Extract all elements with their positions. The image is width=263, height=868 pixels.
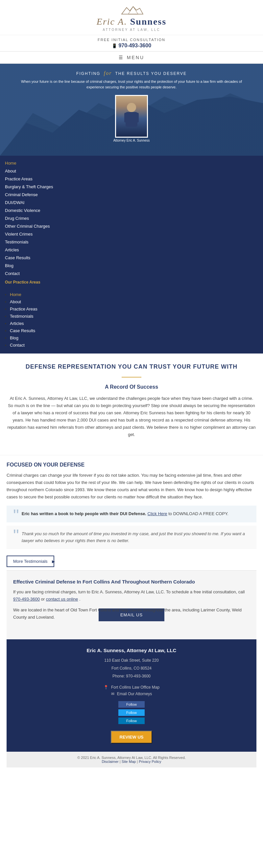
quote1-strong: Eric has written a book to help people w… [22,511,146,516]
quote1-text: Eric has written a book to help people w… [13,510,250,518]
sec-nav-case-results[interactable]: Case Results [10,327,258,334]
menu-bar[interactable]: ☰ MENU [0,52,263,64]
nav-item-home[interactable]: Home [5,159,258,167]
hamburger-icon: ☰ [119,55,123,60]
hero-section: FIGHTING for THE RESULTS YOU DESERVE Whe… [0,64,263,156]
nav-item-case-results[interactable]: Case Results [5,254,258,261]
footer-cta-title: Effective Criminal Defense In Fort Colli… [13,579,250,585]
bottom-footer: © 2021 Eric A. Sunness, Attorney At Law,… [7,752,256,768]
footer-firm-name: Eric A. Sunness, Attorney At Law, LLC [13,648,250,653]
quote1-link[interactable]: Click Here [148,511,167,516]
attorney-silhouette [122,101,141,131]
footer-cta-text2: or [41,597,46,601]
phone-number[interactable]: 📱 970-493-3600 [0,43,263,49]
logo-first-name: Eric A. [97,17,127,27]
site-header: Eric A. Sunness Attorney At Law, LLC FRE… [0,0,263,64]
gold-divider [122,377,141,377]
sec-nav-blog[interactable]: Blog [10,334,258,341]
practice-areas-label: Our Practice Areas [0,277,263,286]
nav-item-domestic[interactable]: Domestic Violence [5,206,258,214]
focused-title: FOCUSED ON YOUR DEFENSE [7,462,256,468]
svg-rect-4 [124,113,128,123]
email-attorneys-link[interactable]: ✉ Email Our Attorneys [13,691,250,696]
sec-nav-practice[interactable]: Practice Areas [10,305,258,312]
secondary-nav-list: Home About Practice Areas Testimonials A… [0,291,263,348]
footer-cta-text1: If you are facing criminal charges, turn… [13,589,244,594]
hero-tagline: FIGHTING for THE RESULTS YOU DESERVE [70,70,193,76]
nav-item-practice[interactable]: Practice Areas [5,175,258,183]
more-arrow-icon: ▶ [52,559,55,564]
logo-subtitle: Attorney At Law, LLC [0,28,263,32]
footer-phone: Phone: 970-493-3600 [13,672,250,680]
footer-address-line1: 110 East Oak Street, Suite 220 [13,656,250,664]
footer-cta-paragraph1: If you are facing criminal charges, turn… [13,588,250,603]
footer-cta-contact-link[interactable]: contact us online [46,597,78,601]
sec-nav-about[interactable]: About [10,298,258,305]
sec-nav-testimonials[interactable]: Testimonials [10,312,258,320]
map-link[interactable]: 📍 Fort Collins Law Office Map [13,685,250,690]
main-content-text: At Eric A. Sunness, Attorney At Law, LLC… [7,395,256,439]
hero-tagline-post: THE RESULTS YOU DESERVE [115,71,187,76]
follow-button-linkedin[interactable]: Follow [118,717,145,724]
footer-address: 110 East Oak Street, Suite 220 Fort Coll… [13,656,250,680]
logo-last-name: Sunness [130,17,167,27]
main-navigation[interactable]: Home About Practice Areas Burglary & The… [0,156,263,289]
nav-item-articles[interactable]: Articles [5,246,258,254]
location-icon: 📍 [104,685,109,690]
nav-item-about[interactable]: About [5,167,258,175]
nav-item-drug[interactable]: Drug Crimes [5,214,258,222]
site-footer: Eric A. Sunness, Attorney At Law, LLC 11… [7,639,256,752]
footer-address-line2: Fort Collins, CO 80524 [13,664,250,672]
nav-item-burglary[interactable]: Burglary & Theft Charges [5,183,258,191]
sec-nav-home[interactable]: Home [10,291,258,298]
nav-item-other[interactable]: Other Criminal Charges [5,222,258,230]
main-section-title: DEFENSE REPRESENTATION YOU CAN TRUST YOU… [7,363,256,370]
main-content: DEFENSE REPRESENTATION YOU CAN TRUST YOU… [0,353,263,455]
phone-text[interactable]: 970-493-3600 [118,43,151,48]
quote-block-1: " Eric has written a book to help people… [7,506,256,522]
nav-list: Home About Practice Areas Burglary & The… [0,159,263,277]
open-quote-icon: " [13,510,19,520]
phone-icon: 📱 [112,43,117,48]
nav-item-criminal[interactable]: Criminal Defense [5,191,258,198]
quote2-text: Thank you so much for the amount of time… [13,531,250,545]
nav-item-contact[interactable]: Contact [5,270,258,277]
consultation-bar: FREE INITIAL CONSULTATION 📱 970-493-3600 [0,35,263,52]
attorney-photo [115,95,148,138]
sitemap-link[interactable]: Site Map [122,760,136,764]
sec-nav-contact[interactable]: Contact [10,341,258,348]
review-us-button[interactable]: REVIEW US [111,731,152,743]
logo-mountain-icon [118,5,145,15]
map-link-text[interactable]: Fort Collins Law Office Map [111,685,159,690]
hero-subtitle: When your future is on the line because … [0,76,263,92]
disclaimer-link[interactable]: Disclaimer [101,760,118,764]
privacy-link[interactable]: Privacy Policy [139,760,161,764]
consultation-label: FREE INITIAL CONSULTATION [0,38,263,42]
logo-text: Eric A. Sunness [0,17,263,27]
quote1-suffix: to DOWNLOAD A FREE COPY. [168,511,229,516]
email-link-text[interactable]: Email Our Attorneys [117,691,152,696]
nav-item-testimonials[interactable]: Testimonials [5,238,258,246]
follow-button-twitter[interactable]: Follow [118,709,145,716]
footer-cta-phone[interactable]: 970-493-3600 [13,597,40,601]
hero-tagline-for: for [104,70,112,76]
follow-button-facebook[interactable]: Follow [118,701,145,708]
secondary-navigation[interactable]: Home About Practice Areas Testimonials A… [0,289,263,353]
nav-item-dui[interactable]: DUI/DWAI [5,198,258,206]
nav-item-blog[interactable]: Blog [5,261,258,270]
footer-links: 📍 Fort Collins Law Office Map ✉ Email Ou… [13,685,250,696]
attorney-caption: Attorney Eric A. Sunness [113,138,150,142]
focused-section: FOCUSED ON YOUR DEFENSE Criminal charges… [0,455,263,774]
social-follow-section: Follow Follow Follow [13,701,250,724]
quote-block-2: " Thank you so much for the amount of ti… [7,526,256,549]
nav-item-violent[interactable]: Violent Crimes [5,230,258,238]
menu-label[interactable]: MENU [127,55,144,60]
svg-rect-5 [135,113,139,123]
email-icon: ✉ [111,691,114,696]
sec-nav-articles[interactable]: Articles [10,320,258,327]
focused-text: Criminal charges can change your life fo… [7,472,256,501]
footer-cta-text3: . [79,597,81,601]
main-subsection-title: A Record Of Success [7,384,256,390]
more-testimonials-button[interactable]: More Testimonials [7,556,54,567]
copyright-text: © 2021 Eric A. Sunness, Attorney At Law,… [77,756,186,760]
